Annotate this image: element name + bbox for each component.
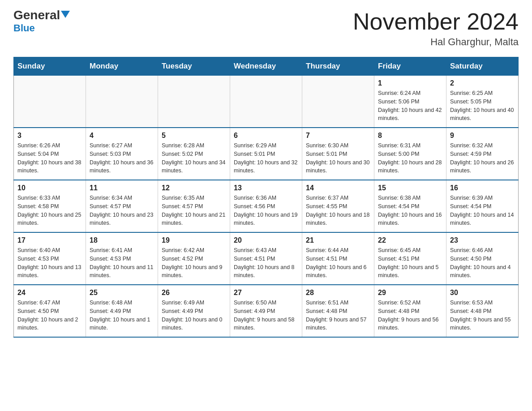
day-cell [14, 76, 86, 128]
day-number: 6 [234, 132, 298, 140]
day-info: Sunrise: 6:53 AMSunset: 4:48 PMDaylight:… [450, 299, 515, 332]
day-cell: 24Sunrise: 6:47 AMSunset: 4:50 PMDayligh… [14, 285, 86, 337]
day-cell: 21Sunrise: 6:44 AMSunset: 4:51 PMDayligh… [302, 232, 374, 285]
day-of-week-saturday: Saturday [446, 57, 519, 76]
day-of-week-friday: Friday [374, 57, 446, 76]
day-number: 23 [450, 236, 515, 244]
week-row-1: 1Sunrise: 6:24 AMSunset: 5:06 PMDaylight… [14, 76, 519, 128]
day-number: 14 [306, 184, 370, 192]
days-of-week-row: SundayMondayTuesdayWednesdayThursdayFrid… [14, 57, 519, 76]
day-number: 15 [378, 184, 442, 192]
day-cell: 20Sunrise: 6:43 AMSunset: 4:51 PMDayligh… [230, 232, 302, 285]
day-cell [158, 76, 230, 128]
day-number: 9 [450, 132, 515, 140]
day-number: 20 [234, 236, 298, 244]
day-cell: 1Sunrise: 6:24 AMSunset: 5:06 PMDaylight… [374, 76, 446, 128]
day-of-week-wednesday: Wednesday [230, 57, 302, 76]
header: General Blue November 2024 Hal Gharghur,… [13, 9, 519, 48]
day-cell: 15Sunrise: 6:38 AMSunset: 4:54 PMDayligh… [374, 180, 446, 232]
day-info: Sunrise: 6:39 AMSunset: 4:54 PMDaylight:… [450, 194, 515, 227]
day-info: Sunrise: 6:30 AMSunset: 5:01 PMDaylight:… [306, 141, 370, 175]
day-cell: 28Sunrise: 6:51 AMSunset: 4:48 PMDayligh… [302, 285, 374, 337]
day-of-week-tuesday: Tuesday [158, 57, 230, 76]
day-info: Sunrise: 6:31 AMSunset: 5:00 PMDaylight:… [378, 141, 442, 175]
day-info: Sunrise: 6:38 AMSunset: 4:54 PMDaylight:… [378, 194, 442, 227]
day-cell: 18Sunrise: 6:41 AMSunset: 4:53 PMDayligh… [86, 232, 158, 285]
day-number: 17 [17, 236, 82, 244]
week-row-5: 24Sunrise: 6:47 AMSunset: 4:50 PMDayligh… [14, 285, 519, 337]
day-cell: 6Sunrise: 6:29 AMSunset: 5:01 PMDaylight… [230, 128, 302, 180]
day-cell: 14Sunrise: 6:37 AMSunset: 4:55 PMDayligh… [302, 180, 374, 232]
logo-general: General [13, 9, 70, 21]
day-info: Sunrise: 6:40 AMSunset: 4:53 PMDaylight:… [17, 246, 82, 280]
day-cell: 5Sunrise: 6:28 AMSunset: 5:02 PMDaylight… [158, 128, 230, 180]
day-info: Sunrise: 6:51 AMSunset: 4:48 PMDaylight:… [306, 299, 370, 332]
day-cell: 23Sunrise: 6:46 AMSunset: 4:50 PMDayligh… [446, 232, 519, 285]
day-number: 16 [450, 184, 515, 192]
day-info: Sunrise: 6:52 AMSunset: 4:48 PMDaylight:… [378, 299, 442, 332]
day-number: 2 [450, 79, 515, 87]
day-number: 5 [162, 132, 226, 140]
day-cell: 7Sunrise: 6:30 AMSunset: 5:01 PMDaylight… [302, 128, 374, 180]
day-cell [302, 76, 374, 128]
day-info: Sunrise: 6:35 AMSunset: 4:57 PMDaylight:… [162, 194, 226, 227]
day-cell: 3Sunrise: 6:26 AMSunset: 5:04 PMDaylight… [14, 128, 86, 180]
day-cell: 2Sunrise: 6:25 AMSunset: 5:05 PMDaylight… [446, 76, 519, 128]
day-number: 4 [90, 132, 154, 140]
day-cell [230, 76, 302, 128]
logo-triangle-icon [61, 11, 70, 18]
week-row-2: 3Sunrise: 6:26 AMSunset: 5:04 PMDaylight… [14, 128, 519, 180]
month-year-title: November 2024 [353, 9, 519, 34]
day-number: 1 [378, 79, 442, 87]
day-of-week-sunday: Sunday [14, 57, 86, 76]
day-cell [86, 76, 158, 128]
day-info: Sunrise: 6:48 AMSunset: 4:49 PMDaylight:… [90, 299, 154, 332]
day-cell: 16Sunrise: 6:39 AMSunset: 4:54 PMDayligh… [446, 180, 519, 232]
day-number: 10 [17, 184, 82, 192]
logo: General Blue [13, 9, 70, 34]
day-info: Sunrise: 6:29 AMSunset: 5:01 PMDaylight:… [234, 141, 298, 175]
day-cell: 13Sunrise: 6:36 AMSunset: 4:56 PMDayligh… [230, 180, 302, 232]
day-number: 28 [306, 289, 370, 297]
logo-blue: Blue [13, 22, 35, 34]
day-number: 19 [162, 236, 226, 244]
day-of-week-monday: Monday [86, 57, 158, 76]
day-cell: 9Sunrise: 6:32 AMSunset: 4:59 PMDaylight… [446, 128, 519, 180]
day-cell: 4Sunrise: 6:27 AMSunset: 5:03 PMDaylight… [86, 128, 158, 180]
day-info: Sunrise: 6:26 AMSunset: 5:04 PMDaylight:… [17, 141, 82, 175]
day-cell: 19Sunrise: 6:42 AMSunset: 4:52 PMDayligh… [158, 232, 230, 285]
day-info: Sunrise: 6:37 AMSunset: 4:55 PMDaylight:… [306, 194, 370, 227]
day-cell: 17Sunrise: 6:40 AMSunset: 4:53 PMDayligh… [14, 232, 86, 285]
day-cell: 25Sunrise: 6:48 AMSunset: 4:49 PMDayligh… [86, 285, 158, 337]
day-info: Sunrise: 6:34 AMSunset: 4:57 PMDaylight:… [90, 194, 154, 227]
calendar-table: SundayMondayTuesdayWednesdayThursdayFrid… [13, 57, 519, 338]
day-number: 21 [306, 236, 370, 244]
day-info: Sunrise: 6:32 AMSunset: 4:59 PMDaylight:… [450, 141, 515, 175]
day-info: Sunrise: 6:28 AMSunset: 5:02 PMDaylight:… [162, 141, 226, 175]
calendar-body: 1Sunrise: 6:24 AMSunset: 5:06 PMDaylight… [14, 76, 519, 338]
location-subtitle: Hal Gharghur, Malta [353, 36, 519, 48]
day-info: Sunrise: 6:25 AMSunset: 5:05 PMDaylight:… [450, 89, 515, 123]
title-area: November 2024 Hal Gharghur, Malta [353, 9, 519, 48]
calendar-header: SundayMondayTuesdayWednesdayThursdayFrid… [14, 57, 519, 76]
day-info: Sunrise: 6:46 AMSunset: 4:50 PMDaylight:… [450, 246, 515, 280]
day-info: Sunrise: 6:50 AMSunset: 4:49 PMDaylight:… [234, 299, 298, 332]
week-row-3: 10Sunrise: 6:33 AMSunset: 4:58 PMDayligh… [14, 180, 519, 232]
day-info: Sunrise: 6:33 AMSunset: 4:58 PMDaylight:… [17, 194, 82, 227]
day-number: 30 [450, 289, 515, 297]
day-number: 24 [17, 289, 82, 297]
day-info: Sunrise: 6:41 AMSunset: 4:53 PMDaylight:… [90, 246, 154, 280]
day-info: Sunrise: 6:27 AMSunset: 5:03 PMDaylight:… [90, 141, 154, 175]
day-info: Sunrise: 6:47 AMSunset: 4:50 PMDaylight:… [17, 299, 82, 332]
day-cell: 11Sunrise: 6:34 AMSunset: 4:57 PMDayligh… [86, 180, 158, 232]
day-info: Sunrise: 6:45 AMSunset: 4:51 PMDaylight:… [378, 246, 442, 280]
day-number: 11 [90, 184, 154, 192]
day-of-week-thursday: Thursday [302, 57, 374, 76]
day-cell: 8Sunrise: 6:31 AMSunset: 5:00 PMDaylight… [374, 128, 446, 180]
day-cell: 10Sunrise: 6:33 AMSunset: 4:58 PMDayligh… [14, 180, 86, 232]
day-number: 12 [162, 184, 226, 192]
day-info: Sunrise: 6:24 AMSunset: 5:06 PMDaylight:… [378, 89, 442, 123]
day-cell: 29Sunrise: 6:52 AMSunset: 4:48 PMDayligh… [374, 285, 446, 337]
day-number: 3 [17, 132, 82, 140]
day-cell: 26Sunrise: 6:49 AMSunset: 4:49 PMDayligh… [158, 285, 230, 337]
